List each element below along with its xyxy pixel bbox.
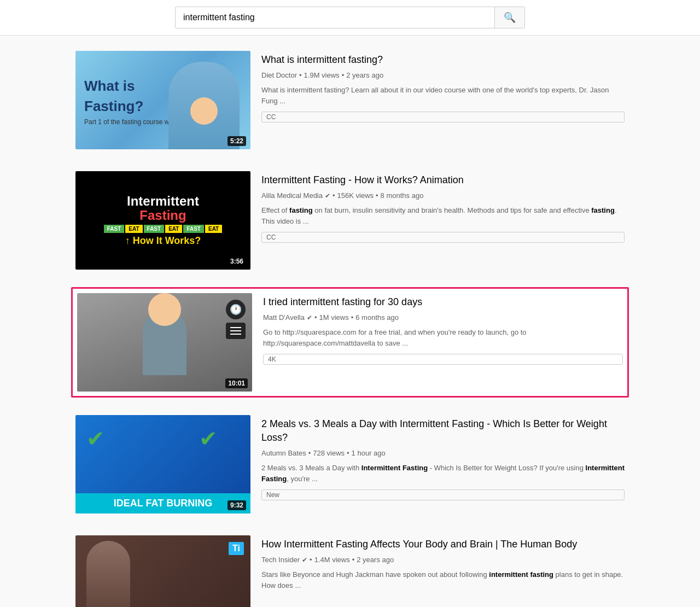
cc-badge: CC (261, 112, 625, 122)
view-count: 1M views (319, 313, 349, 322)
video-meta: Diet Doctor • 1.9M views • 2 years ago (261, 71, 625, 79)
view-count: 156K views (337, 191, 374, 200)
verified-icon: ✔ (325, 192, 330, 200)
duration-badge: 9:32 (228, 500, 246, 510)
bar-fast2: FAST (144, 225, 165, 233)
video-title[interactable]: How Intermittent Fasting Affects Your Bo… (261, 538, 625, 551)
cc-badge: CC (261, 232, 625, 243)
video-description: Effect of fasting on fat burn, insulin s… (261, 205, 625, 226)
video-meta: Matt D'Avella ✔ • 1M views • 6 months ag… (263, 313, 623, 322)
view-count: 1.9M views (304, 71, 340, 79)
search-bar: 🔍 (175, 7, 525, 28)
time-ago: 2 years ago (357, 556, 394, 564)
separator: • (332, 191, 335, 200)
duration-badge: 10:01 (225, 378, 248, 388)
bar-fast1: FAST (104, 225, 125, 233)
video-info: 2 Meals vs. 3 Meals a Day with Intermitt… (261, 415, 625, 513)
time-ago: 8 months ago (381, 191, 424, 200)
duration-badge: 3:56 (228, 256, 246, 266)
search-button[interactable]: 🔍 (494, 7, 524, 28)
separator: • (351, 313, 354, 322)
clock-icon: 🕐 (226, 300, 246, 319)
bar-eat2: EAT (165, 225, 182, 233)
duration-badge: 5:22 (228, 136, 246, 146)
verified-icon: ✔ (302, 556, 307, 564)
video-title[interactable]: What is intermittent fasting? (261, 53, 625, 67)
lines-icon (226, 323, 246, 339)
thumb2-sub: ↑ How It Works? (125, 235, 201, 247)
thumbnail-wrapper: Ti INTERMITTENT FASTING AND YOUR BODY 3:… (75, 535, 250, 607)
separator: • (342, 71, 345, 79)
video-info: Intermittent Fasting - How it Works? Ani… (261, 171, 625, 270)
video-item[interactable]: Intermittent Fasting FAST EAT FAST EAT F… (71, 167, 629, 274)
video-item[interactable]: ✔ ✔ IDEAL FAT BURNING 9:32 2 Meals vs. 3… (71, 411, 629, 518)
thumbnail-wrapper: ✔ ✔ IDEAL FAT BURNING 9:32 (75, 415, 250, 513)
bar-eat3: EAT (205, 225, 222, 233)
new-badge: New (261, 489, 625, 500)
time-ago: 6 months ago (355, 313, 399, 322)
thumbnail-wrapper: What is Fasting? Part 1 of the fasting c… (75, 51, 250, 149)
verified-icon: ✔ (307, 314, 312, 322)
video-description: What is intermittent fasting? Learn all … (261, 85, 625, 106)
video-description: 2 Meals vs. 3 Meals a Day with Intermitt… (261, 463, 625, 484)
thumb5-ti: Ti (229, 542, 244, 555)
video-title[interactable]: Intermittent Fasting - How it Works? Ani… (261, 173, 625, 187)
channel-name[interactable]: Matt D'Avella (263, 313, 305, 322)
separator: • (308, 449, 311, 457)
time-ago: 2 years ago (346, 71, 383, 79)
video-meta: Tech Insider ✔ • 1.4M views • 2 years ag… (261, 556, 625, 564)
thumb4-label: IDEAL FAT BURNING (75, 493, 250, 513)
separator: • (310, 556, 312, 564)
video-meta: Autumn Bates • 728 views • 1 hour ago (261, 449, 625, 457)
video-item[interactable]: What is Fasting? Part 1 of the fasting c… (71, 46, 629, 154)
channel-name[interactable]: Autumn Bates (261, 449, 306, 457)
time-ago: 1 hour ago (352, 449, 386, 457)
video-meta: Alila Medical Media ✔ • 156K views • 8 m… (261, 191, 625, 200)
results-container: What is Fasting? Part 1 of the fasting c… (49, 46, 651, 607)
search-icon: 🔍 (504, 12, 516, 23)
video-item[interactable]: Ti INTERMITTENT FASTING AND YOUR BODY 3:… (71, 531, 629, 607)
separator: • (347, 449, 349, 457)
video-description: Stars like Beyonce and Hugh Jackman have… (261, 569, 625, 591)
separator: • (299, 71, 302, 79)
channel-name[interactable]: Tech Insider (261, 556, 300, 564)
bar-eat1: EAT (125, 225, 142, 233)
channel-name[interactable]: Alila Medical Media (261, 191, 323, 200)
header: 🔍 (0, 0, 700, 36)
separator: • (376, 191, 378, 200)
view-count: 728 views (313, 449, 345, 457)
channel-name[interactable]: Diet Doctor (261, 71, 297, 79)
search-input[interactable] (176, 8, 494, 27)
4k-badge: 4K (263, 354, 623, 365)
thumb2-line2: Fasting (139, 208, 186, 223)
video-title[interactable]: 2 Meals vs. 3 Meals a Day with Intermitt… (261, 417, 625, 445)
video-info: What is intermittent fasting? Diet Docto… (261, 51, 625, 149)
video-description: Go to http://squarespace.com for a free … (263, 327, 623, 348)
separator: • (352, 556, 355, 564)
view-count: 1.4M views (314, 556, 350, 564)
thumbnail-wrapper: 🕐 10:01 (77, 293, 252, 392)
thumbnail-wrapper: Intermittent Fasting FAST EAT FAST EAT F… (75, 171, 250, 270)
video-info: I tried intermittent fasting for 30 days… (263, 293, 623, 392)
thumb2-line1: Intermittent (127, 194, 199, 208)
video-title[interactable]: I tried intermittent fasting for 30 days (263, 295, 623, 309)
bar-fast3: FAST (183, 225, 204, 233)
separator: • (314, 313, 317, 322)
video-info: How Intermittent Fasting Affects Your Bo… (261, 535, 625, 607)
video-item-highlighted[interactable]: 🕐 10:01 I tried intermittent fasting for… (71, 287, 629, 398)
